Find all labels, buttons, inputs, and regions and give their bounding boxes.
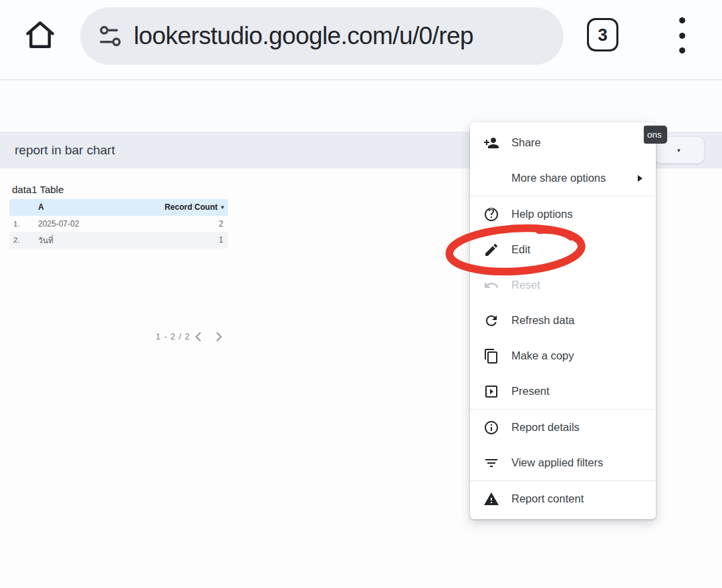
pagination-label: 1 - 2 / 2 bbox=[156, 332, 190, 341]
menu-item-label: Make a copy bbox=[511, 349, 574, 362]
tab-switcher-button[interactable]: 3 bbox=[587, 18, 618, 51]
home-button[interactable] bbox=[20, 12, 60, 57]
menu-item-help-options[interactable]: Help options bbox=[470, 196, 656, 232]
report-options-menu: Share More share options Help options Ed… bbox=[470, 122, 656, 519]
menu-item-present[interactable]: Present bbox=[470, 374, 656, 409]
copy-icon bbox=[483, 348, 499, 364]
url-text: lookerstudio.google.com/u/0/rep bbox=[134, 22, 473, 50]
table-row: 1. 2025-07-02 2 bbox=[9, 216, 228, 233]
row-dimension: 2025-07-02 bbox=[38, 219, 161, 229]
present-icon bbox=[483, 384, 499, 400]
page-info-icon[interactable] bbox=[96, 22, 124, 50]
row-index: 1. bbox=[9, 220, 38, 228]
url-bar[interactable]: lookerstudio.google.com/u/0/rep bbox=[80, 7, 564, 65]
menu-item-label: Edit bbox=[511, 243, 530, 256]
menu-item-label: Reset bbox=[511, 279, 540, 291]
menu-item-report-content[interactable]: Report content bbox=[470, 481, 656, 517]
row-index: 2. bbox=[9, 236, 38, 244]
row-dimension: วันที่ bbox=[38, 234, 161, 247]
menu-item-label: Report details bbox=[511, 421, 580, 434]
tooltip-fragment: ons bbox=[644, 126, 667, 144]
column-header-a[interactable]: A bbox=[38, 202, 152, 212]
menu-item-label: View applied filters bbox=[511, 456, 603, 469]
menu-item-label: Present bbox=[511, 385, 550, 398]
menu-item-edit[interactable]: Edit bbox=[470, 232, 656, 267]
pagination-next-icon[interactable] bbox=[214, 331, 225, 343]
person-add-icon bbox=[483, 135, 499, 151]
menu-item-report-details[interactable]: Report details bbox=[470, 410, 656, 445]
menu-item-label: Refresh data bbox=[511, 314, 574, 327]
tab-count: 3 bbox=[598, 25, 607, 45]
screen: lookerstudio.google.com/u/0/rep 3 data1 … bbox=[0, 0, 722, 588]
pagination-prev-icon[interactable] bbox=[193, 331, 203, 343]
filter-icon bbox=[483, 455, 499, 471]
menu-item-label: Report content bbox=[511, 492, 584, 505]
submenu-arrow-icon bbox=[638, 175, 642, 182]
home-icon bbox=[21, 15, 59, 55]
row-metric: 1 bbox=[161, 235, 228, 245]
menu-item-label: Share bbox=[511, 136, 541, 149]
column-header-record-count[interactable]: Record Count bbox=[152, 202, 219, 212]
menu-item-make-a-copy[interactable]: Make a copy bbox=[470, 338, 656, 374]
menu-item-more-share-options[interactable]: More share options bbox=[470, 160, 656, 196]
help-icon bbox=[483, 206, 499, 223]
table-title: data1 Table bbox=[12, 184, 64, 195]
caret-down-icon: ▾ bbox=[677, 147, 681, 154]
menu-item-label: More share options bbox=[511, 172, 606, 184]
page-title: report in bar chart bbox=[15, 132, 115, 168]
info-icon bbox=[483, 420, 499, 436]
undo-icon bbox=[483, 277, 499, 293]
table-header-row: A Record Count ▾ bbox=[9, 199, 228, 216]
browser-chrome: lookerstudio.google.com/u/0/rep 3 bbox=[0, 0, 722, 80]
browser-menu-button[interactable] bbox=[672, 15, 692, 56]
menu-item-label: Help options bbox=[511, 208, 573, 220]
table-pagination: 1 - 2 / 2 bbox=[0, 330, 241, 343]
warning-icon bbox=[483, 491, 499, 507]
refresh-icon bbox=[483, 313, 499, 329]
menu-item-refresh-data[interactable]: Refresh data bbox=[470, 303, 656, 338]
sort-arrow-icon[interactable]: ▾ bbox=[221, 204, 228, 210]
edit-pencil-icon bbox=[483, 242, 499, 258]
table-row: 2. วันที่ 1 bbox=[9, 232, 228, 249]
menu-item-share[interactable]: Share bbox=[470, 125, 656, 160]
kebab-menu-icon bbox=[679, 17, 685, 23]
row-metric: 2 bbox=[161, 219, 228, 229]
menu-item-view-applied-filters[interactable]: View applied filters bbox=[470, 445, 656, 480]
menu-item-reset: Reset bbox=[470, 267, 656, 303]
data-table: A Record Count ▾ 1. 2025-07-02 2 2. วันท… bbox=[9, 199, 228, 249]
